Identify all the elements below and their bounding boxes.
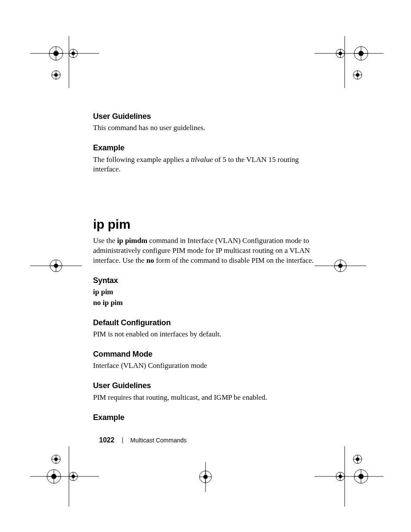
heading-user-guidelines-2: User Guidelines (93, 380, 321, 391)
svg-point-23 (358, 51, 364, 56)
crop-mark-top-right (314, 36, 383, 88)
heading-syntax: Syntax (93, 275, 321, 286)
page-number: 1022 (99, 436, 115, 444)
svg-point-34 (334, 260, 346, 272)
svg-point-27 (356, 73, 359, 77)
svg-point-61 (339, 475, 342, 478)
text-example-1: The following example applies a ttlvalue… (93, 155, 321, 175)
footer-divider (122, 437, 123, 443)
svg-point-62 (354, 470, 368, 483)
svg-point-13 (54, 73, 58, 77)
heading-user-guidelines-1: User Guidelines (93, 111, 321, 121)
svg-point-24 (353, 71, 362, 79)
text-user-guidelines-2: PIM requires that routing, multicast, an… (93, 393, 321, 403)
text-default-config: PIM is not enabled on interfaces by defa… (93, 330, 321, 339)
svg-point-54 (353, 455, 362, 464)
heading-example-2: Example (93, 412, 321, 423)
crop-mark-mid-right (314, 251, 366, 281)
heading-example-1: Example (93, 143, 321, 153)
svg-point-43 (54, 457, 58, 461)
intro-bold-1: ip pimdm (117, 236, 147, 245)
text-command-mode: Interface (VLAN) Configuration mode (93, 361, 321, 371)
command-title: ip pim (93, 216, 321, 233)
intro-post: form of the command to disable PIM on th… (154, 256, 314, 264)
crop-mark-mid-left (30, 251, 82, 281)
intro-bold-2: no (146, 256, 154, 264)
example1-pre: The following example applies a (93, 156, 191, 164)
svg-point-37 (338, 264, 342, 268)
svg-point-70 (203, 475, 208, 479)
svg-point-40 (52, 455, 60, 464)
syntax-line-2: no ip pim (93, 298, 321, 308)
svg-point-6 (69, 49, 78, 58)
svg-point-47 (72, 475, 75, 478)
svg-point-67 (199, 471, 212, 483)
svg-point-9 (72, 52, 75, 55)
crop-mark-bottom-center (180, 462, 231, 492)
crop-mark-bottom-right (314, 446, 383, 507)
svg-point-5 (53, 51, 59, 56)
syntax-line-1: ip pim (93, 287, 321, 297)
svg-point-65 (358, 474, 364, 479)
heading-command-mode: Command Mode (93, 349, 321, 359)
command-intro: Use the ip pimdm command in Interface (V… (93, 236, 321, 266)
svg-point-19 (339, 52, 342, 55)
example1-ital: ttlvalue (191, 156, 213, 164)
svg-point-29 (50, 260, 62, 272)
crop-mark-bottom-left (30, 446, 99, 507)
svg-point-58 (336, 472, 345, 481)
intro-pre: Use the (93, 236, 117, 245)
svg-point-16 (336, 49, 345, 58)
crop-mark-top-left (30, 36, 99, 88)
page-footer: 1022 Multicast Commands (99, 436, 187, 444)
svg-point-20 (354, 47, 368, 60)
svg-point-10 (52, 71, 60, 79)
heading-default-config: Default Configuration (93, 317, 321, 328)
svg-point-51 (51, 474, 56, 479)
svg-point-57 (356, 457, 359, 461)
svg-point-48 (47, 470, 61, 483)
svg-point-32 (54, 264, 58, 268)
chapter-name: Multicast Commands (131, 437, 187, 444)
svg-point-44 (69, 472, 78, 481)
page-content: User Guidelines This command has no user… (93, 111, 321, 432)
svg-point-2 (49, 47, 63, 60)
text-user-guidelines-1: This command has no user guidelines. (93, 123, 321, 133)
